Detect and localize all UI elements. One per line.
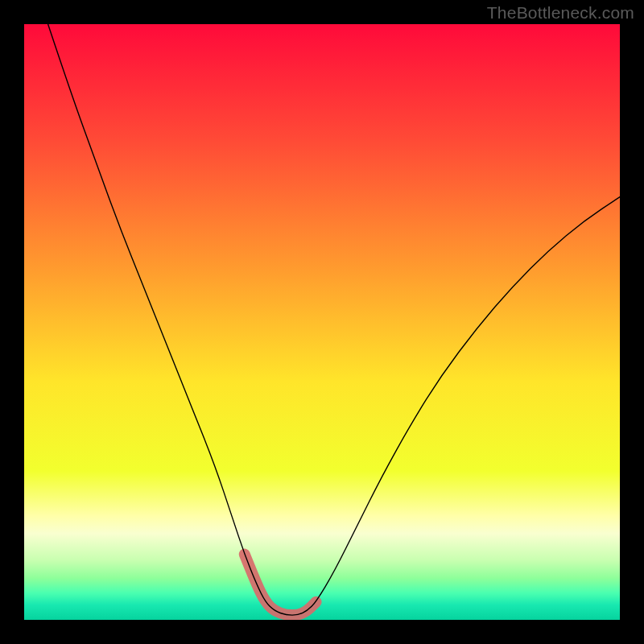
watermark-text: TheBottleneck.com bbox=[487, 3, 634, 23]
gradient-background bbox=[24, 24, 620, 620]
chart-frame: TheBottleneck.com bbox=[0, 0, 644, 644]
plot-area bbox=[24, 24, 620, 620]
bottleneck-chart bbox=[24, 24, 620, 620]
